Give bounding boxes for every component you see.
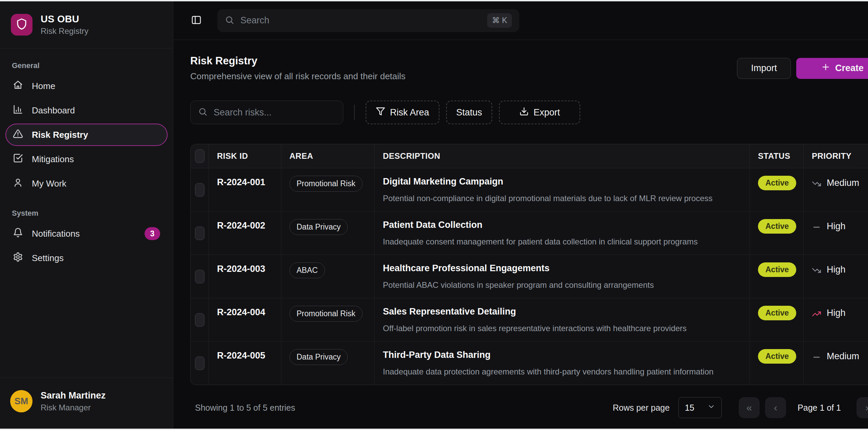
window-bottom-edge <box>0 429 868 430</box>
sidebar-item-home[interactable]: Home <box>5 75 168 97</box>
panel-left-icon <box>191 15 202 27</box>
filter-status-button[interactable]: Status <box>446 101 493 124</box>
sidebar-item-dashboard[interactable]: Dashboard <box>5 99 168 122</box>
column-header-priority[interactable]: PRIORITY <box>804 144 868 168</box>
sidebar-item-label: Dashboard <box>32 105 75 116</box>
minus-icon <box>812 351 821 363</box>
alert-triangle-icon <box>13 129 23 141</box>
shield-icon <box>16 18 28 31</box>
table-row[interactable]: R-2024-005 Data Privacy Third-Party Data… <box>191 342 868 385</box>
page-content: Risk Registry Comprehensive view of all … <box>173 40 868 418</box>
rows-per-page-select[interactable]: 15 <box>678 397 722 418</box>
org-name: US OBU <box>41 14 88 25</box>
page-title: Risk Registry <box>190 55 406 67</box>
bar-chart-icon <box>13 104 23 117</box>
risk-id: R-2024-004 <box>209 298 281 341</box>
app-logo <box>11 14 32 36</box>
column-header-status[interactable]: STATUS <box>750 144 804 168</box>
home-icon <box>13 80 23 92</box>
sidebar-item-label: Home <box>32 81 55 91</box>
create-button[interactable]: Create <box>796 58 868 79</box>
row-checkbox[interactable] <box>195 227 204 240</box>
area-badge: Promotional Risk <box>289 306 363 322</box>
download-icon <box>519 107 529 119</box>
next-page-button[interactable]: › <box>856 397 868 418</box>
sidebar-item-label: Notifications <box>32 229 80 239</box>
row-checkbox[interactable] <box>195 313 204 327</box>
app-window: US OBU Risk Registry General Home Dashbo… <box>0 0 868 430</box>
table-header-row: RISK ID AREA DESCRIPTION STATUS PRIORITY <box>191 144 868 168</box>
sidebar-item-notifications[interactable]: Notifications 3 <box>5 222 168 245</box>
page-info: Page 1 of 1 <box>798 403 841 413</box>
previous-page-button[interactable]: ‹ <box>765 397 786 418</box>
priority-value: Medium <box>827 178 859 188</box>
risk-search-input[interactable] <box>214 107 335 118</box>
sidebar-item-risk-registry[interactable]: Risk Registry <box>5 124 168 146</box>
row-checkbox[interactable] <box>195 357 204 370</box>
sidebar-item-mitigations[interactable]: Mitigations <box>5 148 168 170</box>
sidebar-item-settings[interactable]: Settings <box>5 247 168 269</box>
risk-id: R-2024-005 <box>209 342 281 385</box>
column-header-risk-id[interactable]: RISK ID <box>209 144 281 168</box>
rows-per-page-label: Rows per page <box>613 403 670 413</box>
table-row[interactable]: R-2024-004 Promotional Risk Sales Repres… <box>191 298 868 342</box>
area-badge: ABAC <box>289 262 325 278</box>
column-header-description[interactable]: DESCRIPTION <box>375 144 750 168</box>
window-top-edge <box>0 0 868 1</box>
chevron-right-icon: › <box>865 402 868 413</box>
export-button[interactable]: Export <box>499 101 580 124</box>
risk-description: Inadequate data protection agreements wi… <box>383 367 741 377</box>
first-page-button[interactable]: « <box>739 397 760 418</box>
priority-value: High <box>827 264 846 275</box>
status-badge: Active <box>758 306 796 320</box>
nav-section-system: System <box>12 209 168 218</box>
bell-icon <box>13 228 23 240</box>
chevron-down-icon <box>707 403 715 413</box>
main-area: ⌘ K Risk Registry Comprehensive view of … <box>173 1 868 430</box>
gear-icon <box>13 252 23 264</box>
sidebar-toggle-button[interactable] <box>190 15 202 27</box>
risk-table: RISK ID AREA DESCRIPTION STATUS PRIORITY… <box>190 144 868 385</box>
table-row[interactable]: R-2024-003 ABAC Healthcare Professional … <box>191 255 868 298</box>
global-search-input[interactable] <box>240 15 481 26</box>
column-header-area[interactable]: AREA <box>281 144 375 168</box>
user-icon <box>13 177 23 190</box>
risk-id: R-2024-003 <box>209 255 281 298</box>
funnel-icon <box>376 107 385 119</box>
risk-search[interactable] <box>190 101 343 124</box>
app-name: Risk Registry <box>41 26 88 36</box>
global-search[interactable]: ⌘ K <box>217 9 519 32</box>
filters-divider <box>354 105 355 120</box>
keyboard-shortcut-badge: ⌘ K <box>487 13 512 28</box>
trending-down-icon <box>812 264 821 277</box>
area-badge: Data Privacy <box>289 349 348 365</box>
table-row[interactable]: R-2024-001 Promotional Risk Digital Mark… <box>191 168 868 212</box>
sidebar-item-label: Settings <box>32 253 64 263</box>
risk-title: Healthcare Professional Engagements <box>383 263 741 274</box>
user-profile[interactable]: SM Sarah Martinez Risk Manager <box>0 378 173 430</box>
select-all-checkbox[interactable] <box>195 149 204 163</box>
topbar: ⌘ K <box>173 1 868 40</box>
risk-title: Digital Marketing Campaign <box>383 176 741 187</box>
sidebar-item-label: My Work <box>32 178 66 189</box>
row-checkbox[interactable] <box>195 183 204 197</box>
chevron-left-icon: ‹ <box>774 402 777 413</box>
status-badge: Active <box>758 176 796 190</box>
trending-up-icon <box>812 308 821 320</box>
risk-title: Sales Representative Detailing <box>383 306 741 317</box>
priority-value: Medium <box>827 351 859 362</box>
filter-risk-area-button[interactable]: Risk Area <box>366 101 439 124</box>
risk-description: Potential non-compliance in digital prom… <box>383 194 741 203</box>
sidebar-item-my-work[interactable]: My Work <box>5 172 168 195</box>
risk-description: Potential ABAC violations in speaker pro… <box>383 280 741 290</box>
table-row[interactable]: R-2024-002 Data Privacy Patient Data Col… <box>191 212 868 255</box>
minus-icon <box>812 221 821 233</box>
risk-id: R-2024-002 <box>209 212 281 255</box>
import-button[interactable]: Import <box>737 58 791 79</box>
row-checkbox[interactable] <box>195 270 204 283</box>
page-subtitle: Comprehensive view of all risk records a… <box>190 71 406 82</box>
user-role: Risk Manager <box>41 403 106 412</box>
sidebar-header: US OBU Risk Registry <box>0 1 173 48</box>
status-badge: Active <box>758 349 796 364</box>
priority-value: High <box>827 308 846 318</box>
